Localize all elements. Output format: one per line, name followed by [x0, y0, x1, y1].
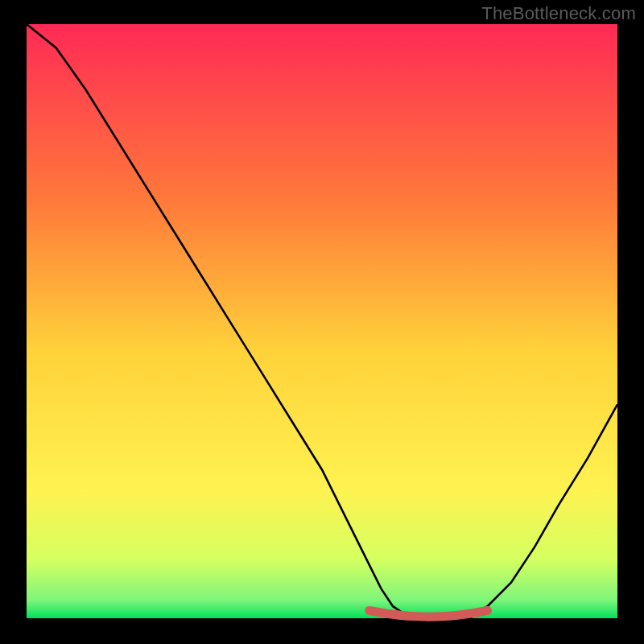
watermark-text: TheBottleneck.com — [481, 3, 636, 24]
chart-svg — [0, 0, 644, 644]
gradient-background — [27, 24, 617, 618]
plot-area — [27, 24, 617, 618]
chart-frame: TheBottleneck.com — [0, 0, 644, 644]
